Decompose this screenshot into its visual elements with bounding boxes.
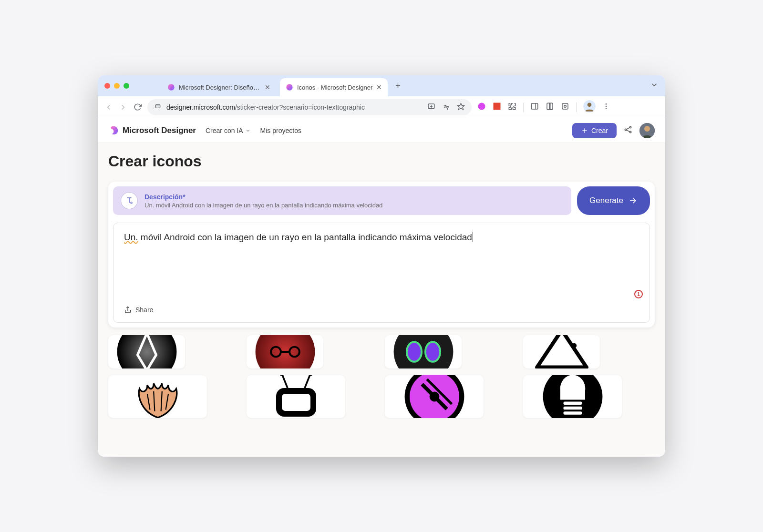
svg-point-0 bbox=[168, 84, 174, 90]
svg-marker-6 bbox=[457, 103, 464, 109]
svg-point-36 bbox=[406, 342, 421, 362]
svg-point-7 bbox=[478, 102, 485, 110]
svg-line-23 bbox=[627, 127, 630, 129]
svg-line-24 bbox=[627, 130, 630, 131]
generated-icon bbox=[542, 375, 604, 418]
svg-rect-55 bbox=[563, 401, 582, 405]
reading-list-icon[interactable] bbox=[546, 102, 554, 113]
main-content: Crear iconos Descripción* Un. móvil Andr… bbox=[98, 143, 665, 457]
description-summary[interactable]: Descripción* Un. móvil Android con la im… bbox=[113, 186, 571, 215]
svg-point-22 bbox=[629, 131, 631, 133]
close-tab-icon[interactable]: ✕ bbox=[265, 83, 270, 91]
spellcheck-count-badge[interactable]: 1 bbox=[634, 290, 643, 298]
close-window-button[interactable] bbox=[104, 83, 110, 89]
nav-create-with-ai[interactable]: Crear con IA bbox=[206, 127, 251, 134]
extensions-puzzle-icon[interactable] bbox=[508, 102, 516, 113]
nav-my-projects[interactable]: Mis proyectos bbox=[260, 127, 301, 134]
icon-result[interactable] bbox=[385, 375, 484, 418]
icon-result[interactable] bbox=[385, 335, 462, 368]
generated-icon bbox=[531, 335, 593, 368]
icon-result[interactable] bbox=[247, 375, 345, 418]
generated-icon bbox=[403, 375, 465, 418]
forward-button[interactable] bbox=[119, 103, 127, 112]
app-header: Microsoft Designer Crear con IA Mis proy… bbox=[98, 118, 665, 143]
tab-title: Microsoft Designer: Diseños s bbox=[179, 84, 261, 91]
svg-rect-48 bbox=[282, 394, 310, 411]
share-arrow-icon bbox=[124, 306, 132, 314]
browser-tab-active[interactable]: Iconos - Microsoft Designer ✕ bbox=[280, 78, 388, 96]
site-info-icon[interactable] bbox=[154, 102, 162, 112]
new-tab-button[interactable]: + bbox=[392, 81, 404, 91]
icon-result[interactable] bbox=[523, 335, 600, 368]
icon-result[interactable] bbox=[247, 335, 323, 368]
svg-point-12 bbox=[564, 105, 567, 107]
maximize-window-button[interactable] bbox=[124, 83, 129, 89]
browser-window: Microsoft Designer: Diseños s ✕ Iconos -… bbox=[98, 75, 665, 457]
back-button[interactable] bbox=[104, 103, 113, 112]
designer-favicon-icon bbox=[286, 83, 293, 91]
generated-icon bbox=[392, 335, 454, 368]
svg-point-17 bbox=[606, 108, 607, 109]
svg-point-53 bbox=[429, 392, 439, 402]
text-prompt-icon bbox=[121, 192, 138, 209]
extension-icon[interactable] bbox=[477, 102, 486, 113]
app-brand-text: Microsoft Designer bbox=[123, 126, 196, 135]
share-button[interactable]: Share bbox=[124, 306, 639, 314]
side-panel-icon[interactable] bbox=[530, 102, 539, 113]
svg-line-45 bbox=[305, 375, 310, 388]
share-label: Share bbox=[135, 306, 153, 314]
svg-point-37 bbox=[425, 342, 440, 362]
translate-icon[interactable] bbox=[442, 102, 450, 112]
svg-line-43 bbox=[282, 375, 288, 388]
svg-point-16 bbox=[606, 105, 607, 107]
nav-label: Mis proyectos bbox=[260, 127, 301, 134]
svg-rect-57 bbox=[563, 411, 582, 415]
prompt-textarea-container: Un. móvil Android con la imagen de un ra… bbox=[113, 223, 650, 323]
share-network-icon[interactable] bbox=[623, 125, 633, 136]
prompt-card: Descripción* Un. móvil Android con la im… bbox=[108, 182, 655, 327]
tabs-dropdown-icon[interactable] bbox=[650, 82, 659, 91]
prompt-text-rest: móvil Android con la imagen de un rayo e… bbox=[138, 232, 472, 242]
svg-point-20 bbox=[625, 129, 626, 130]
url-text: designer.microsoft.com/sticker-creator?s… bbox=[166, 103, 365, 111]
tab-strip: Microsoft Designer: Diseños s ✕ Iconos -… bbox=[98, 75, 665, 96]
reload-button[interactable] bbox=[133, 103, 142, 112]
svg-point-1 bbox=[286, 84, 292, 90]
generate-button[interactable]: Generate bbox=[577, 186, 650, 215]
designer-logo-icon bbox=[108, 125, 119, 136]
svg-point-15 bbox=[606, 103, 607, 105]
address-bar[interactable]: designer.microsoft.com/sticker-creator?s… bbox=[147, 99, 472, 115]
page-title: Crear iconos bbox=[108, 153, 655, 170]
prompt-textarea[interactable]: Un. móvil Android con la imagen de un ra… bbox=[124, 232, 639, 301]
svg-rect-9 bbox=[531, 103, 538, 109]
close-tab-icon[interactable]: ✕ bbox=[376, 83, 382, 91]
install-app-icon[interactable] bbox=[427, 102, 435, 112]
tab-title: Iconos - Microsoft Designer bbox=[297, 84, 372, 91]
svg-rect-56 bbox=[563, 407, 582, 410]
lens-icon[interactable] bbox=[561, 102, 569, 113]
generated-icon bbox=[116, 335, 178, 368]
icon-result[interactable] bbox=[108, 375, 207, 418]
browser-menu-icon[interactable] bbox=[602, 102, 610, 112]
plus-icon bbox=[581, 127, 588, 134]
profile-avatar[interactable] bbox=[583, 100, 596, 114]
minimize-window-button[interactable] bbox=[114, 83, 120, 89]
create-button[interactable]: Crear bbox=[572, 123, 617, 138]
extension-icon[interactable] bbox=[493, 102, 501, 113]
svg-rect-11 bbox=[562, 103, 568, 109]
browser-tab-inactive[interactable]: Microsoft Designer: Diseños s ✕ bbox=[162, 78, 276, 96]
generated-icon bbox=[254, 335, 316, 368]
create-button-label: Crear bbox=[591, 127, 608, 134]
icon-result[interactable] bbox=[523, 375, 622, 418]
user-avatar[interactable] bbox=[639, 123, 655, 138]
svg-point-38 bbox=[571, 343, 576, 348]
svg-point-26 bbox=[644, 126, 650, 132]
bookmark-star-icon[interactable] bbox=[457, 102, 465, 112]
spellcheck-word: Un. bbox=[124, 232, 138, 242]
description-preview: Un. móvil Android con la imagen de un ra… bbox=[144, 202, 382, 209]
svg-rect-8 bbox=[494, 102, 501, 110]
generate-button-label: Generate bbox=[589, 196, 623, 205]
svg-point-14 bbox=[588, 102, 592, 107]
icon-result[interactable] bbox=[108, 335, 185, 368]
app-logo[interactable]: Microsoft Designer bbox=[108, 125, 196, 136]
